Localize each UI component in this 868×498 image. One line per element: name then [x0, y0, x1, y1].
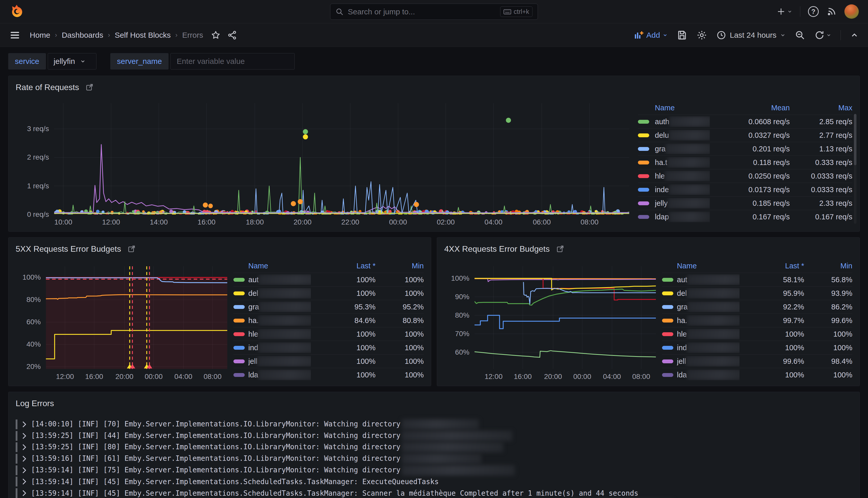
refresh-button[interactable] [814, 30, 831, 40]
legend-col-2[interactable]: Min [804, 262, 852, 270]
log-row[interactable]: [13:59:25] [INF] [44] Emby.Server.Implem… [16, 430, 852, 442]
series-color-pill[interactable] [638, 161, 649, 165]
series-color-pill[interactable] [233, 346, 245, 350]
series-color-pill[interactable] [662, 346, 673, 350]
search-input[interactable]: Search or jump to... ctrl+k [330, 4, 538, 20]
log-row[interactable]: [13:59:14] [INF] [75] Emby.Server.Implem… [16, 464, 852, 476]
variable-select-service[interactable]: jellyfin [48, 53, 96, 69]
series-color-pill[interactable] [233, 278, 245, 282]
breadcrumb-item[interactable]: Home [30, 31, 50, 40]
legend-row[interactable]: aut100%100% [233, 273, 424, 286]
legend-row[interactable]: hle100%100% [233, 327, 424, 341]
external-link-icon[interactable] [86, 83, 93, 91]
grafana-logo[interactable] [9, 4, 24, 19]
help-button[interactable]: ? [808, 6, 819, 17]
breadcrumb-item[interactable]: Dashboards [62, 31, 103, 40]
save-dashboard-button[interactable] [677, 30, 687, 40]
news-button[interactable] [826, 6, 837, 17]
series-color-pill[interactable] [233, 305, 245, 309]
series-color-pill[interactable] [638, 120, 649, 124]
expand-chevron-icon[interactable] [22, 455, 26, 462]
legend-row[interactable]: auth0.0608 req/s2.85 req/s [638, 115, 852, 128]
legend-col-1[interactable]: Mean [710, 104, 790, 112]
legend-col-name[interactable]: Name [655, 104, 710, 112]
legend-row[interactable]: delu0.0327 req/s2.77 req/s [638, 128, 852, 142]
series-color-pill[interactable] [638, 188, 649, 192]
expand-chevron-icon[interactable] [22, 421, 26, 428]
series-color-pill[interactable] [233, 291, 245, 295]
series-color-pill[interactable] [662, 332, 673, 336]
expand-chevron-icon[interactable] [22, 433, 26, 439]
legend-row[interactable]: ha.99.7%99.6% [662, 314, 852, 327]
log-row[interactable]: [13:59:14] [INF] [45] Emby.Server.Implem… [16, 476, 852, 487]
4xx-error-budget-chart[interactable]: 60%70%80%90%100% 12:0016:0020:0000:0004:… [444, 266, 656, 382]
time-range-picker[interactable]: Last 24 hours [717, 30, 786, 40]
legend-row[interactable]: gra0.201 req/s1.13 req/s [638, 142, 852, 156]
panel-title[interactable]: Rate of Requests [16, 83, 79, 92]
external-link-icon[interactable] [128, 245, 135, 253]
log-row[interactable]: [13:59:16] [INF] [61] Emby.Server.Implem… [16, 453, 852, 464]
series-color-pill[interactable] [638, 133, 649, 137]
legend-col-2[interactable]: Max [790, 104, 852, 112]
expand-chevron-icon[interactable] [22, 490, 26, 496]
avatar[interactable] [844, 4, 859, 19]
share-button[interactable] [227, 30, 237, 40]
legend-col-1[interactable]: Last * [739, 262, 804, 270]
series-color-pill[interactable] [662, 373, 673, 377]
panel-title[interactable]: 4XX Requests Error Budgets [444, 244, 550, 254]
series-color-pill[interactable] [638, 215, 649, 219]
legend-scrollbar[interactable] [854, 114, 856, 224]
variable-input-server-name[interactable]: Enter variable value [170, 53, 295, 69]
breadcrumb-item[interactable]: Errors [182, 31, 203, 40]
series-color-pill[interactable] [638, 147, 649, 151]
log-row[interactable]: [13:59:14] [INF] [45] Emby.Server.Implem… [16, 487, 852, 498]
legend-col-1[interactable]: Last * [311, 262, 375, 270]
collapse-toolbar-button[interactable] [850, 31, 859, 40]
legend-row[interactable]: aut58.1%56.8% [662, 273, 852, 286]
dashboard-settings-button[interactable] [696, 30, 707, 41]
legend-row[interactable]: lda100%100% [233, 368, 424, 381]
legend-row[interactable]: del100%100% [233, 286, 424, 300]
legend-row[interactable]: jelly0.185 req/s2.33 req/s [638, 196, 852, 210]
series-color-pill[interactable] [638, 201, 649, 205]
legend-row[interactable]: gra92.2%86.2% [662, 300, 852, 314]
menu-toggle-button[interactable] [9, 29, 21, 41]
5xx-error-budget-chart[interactable]: 20%40%60%80%100% 12:0016:0020:0000:0004:… [16, 266, 227, 382]
legend-row[interactable]: jell99.6%98.4% [662, 354, 852, 368]
legend-col-name[interactable]: Name [677, 262, 739, 270]
panel-title[interactable]: 5XX Requests Error Budgets [16, 244, 121, 254]
legend-row[interactable]: inde0.0173 req/s0.0333 req/s [638, 183, 852, 196]
series-color-pill[interactable] [233, 332, 245, 336]
series-color-pill[interactable] [662, 291, 673, 295]
expand-chevron-icon[interactable] [22, 478, 26, 485]
add-panel-button[interactable]: Add [633, 30, 668, 40]
new-menu-button[interactable] [776, 7, 792, 16]
external-link-icon[interactable] [556, 245, 564, 253]
legend-row[interactable]: hle100%100% [662, 327, 852, 341]
log-row[interactable]: [14:00:10] [INF] [70] Emby.Server.Implem… [16, 419, 852, 430]
legend-row[interactable]: del95.9%93.9% [662, 286, 852, 300]
expand-chevron-icon[interactable] [22, 444, 26, 450]
panel-title[interactable]: Log Errors [16, 399, 54, 408]
zoom-out-button[interactable] [795, 30, 805, 40]
legend-row[interactable]: hle0.0250 req/s0.0333 req/s [638, 169, 852, 183]
legend-row[interactable]: ind100%100% [233, 341, 424, 354]
expand-chevron-icon[interactable] [22, 467, 26, 474]
series-color-pill[interactable] [233, 373, 245, 377]
legend-row[interactable]: ldap0.167 req/s0.167 req/s [638, 210, 852, 223]
breadcrumb-item[interactable]: Self Host Blocks [115, 31, 171, 40]
legend-col-name[interactable]: Name [248, 262, 311, 270]
legend-row[interactable]: jell100%100% [233, 354, 424, 368]
series-color-pill[interactable] [233, 319, 245, 323]
favorite-button[interactable] [211, 30, 221, 40]
series-color-pill[interactable] [662, 305, 673, 309]
log-row[interactable]: [13:59:25] [INF] [80] Emby.Server.Implem… [16, 442, 852, 453]
legend-col-2[interactable]: Min [375, 262, 424, 270]
series-color-pill[interactable] [662, 319, 673, 323]
legend-row[interactable]: ind100%100% [662, 341, 852, 354]
legend-row[interactable]: ha.84.6%80.8% [233, 314, 424, 327]
rate-of-requests-chart[interactable]: 0 req/s1 req/s2 req/s3 req/s 10:0012:001… [16, 103, 629, 228]
series-color-pill[interactable] [662, 278, 673, 282]
legend-row[interactable]: gra95.3%95.2% [233, 300, 424, 314]
series-color-pill[interactable] [662, 359, 673, 363]
